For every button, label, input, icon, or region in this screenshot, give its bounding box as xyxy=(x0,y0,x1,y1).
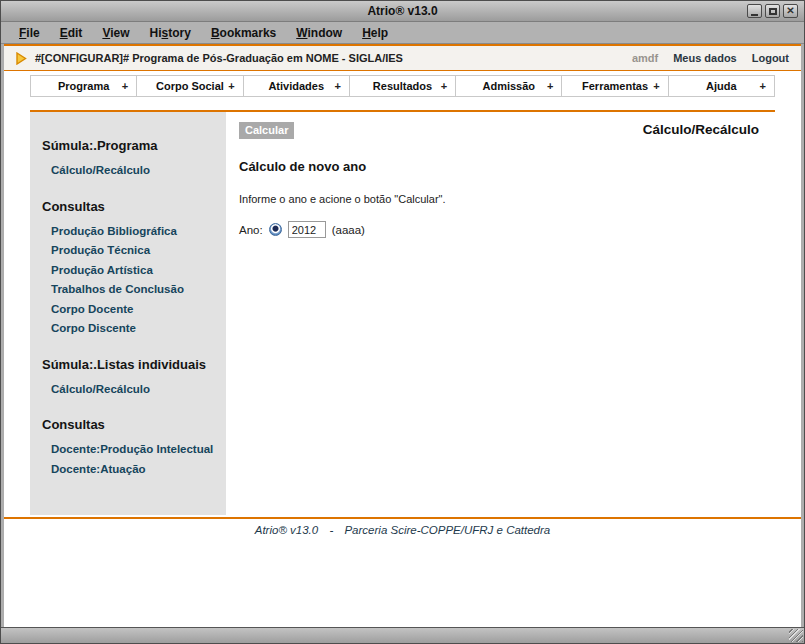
window-title: Atrio® v13.0 xyxy=(1,4,804,18)
sidebar-link-calculo-recalculo-1[interactable]: Cálculo/Recálculo xyxy=(51,165,226,177)
footer-partner: Parceria Scire-COPPE/UFRJ e Cattedra xyxy=(344,524,550,536)
year-radio[interactable] xyxy=(269,223,282,236)
tab-atividades[interactable]: Atividades+ xyxy=(243,75,350,97)
resize-grip-icon[interactable] xyxy=(789,629,803,642)
sidebar-link-corpo-docente[interactable]: Corpo Docente xyxy=(51,304,226,316)
sidebar-heading-sumula-programa: Súmula:.Programa xyxy=(42,138,226,153)
breadcrumb: #[CONFIGURAR]# Programa de Pós-Graduação… xyxy=(35,52,403,64)
tab-corpo-social[interactable]: Corpo Social+ xyxy=(136,75,243,97)
tab-ferramentas[interactable]: Ferramentas+ xyxy=(561,75,668,97)
page-title: Cálculo/Recálculo xyxy=(643,122,759,137)
tab-resultados[interactable]: Resultados+ xyxy=(349,75,456,97)
menu-window[interactable]: Window xyxy=(286,26,352,40)
sidebar-heading-consultas-1: Consultas xyxy=(42,199,226,214)
nav-tabs: Programa+ Corpo Social+ Atividades+ Resu… xyxy=(30,75,775,97)
tab-ajuda[interactable]: Ajuda+ xyxy=(668,75,775,97)
year-form-row: Ano: (aaaa) xyxy=(239,221,759,238)
sidebar: Súmula:.Programa Cálculo/Recálculo Consu… xyxy=(30,112,226,515)
menu-bar: File Edit View History Bookmarks Window … xyxy=(1,22,804,44)
tab-admissao[interactable]: Admissão+ xyxy=(455,75,562,97)
minimize-icon xyxy=(751,14,758,16)
footer-separator: - xyxy=(329,524,333,536)
logout-link[interactable]: Logout xyxy=(752,52,789,64)
username: amdf xyxy=(632,52,658,64)
instruction-text: Informe o ano e acione o botão "Calcular… xyxy=(239,193,759,205)
status-bar xyxy=(1,627,804,643)
sidebar-heading-consultas-2: Consultas xyxy=(42,417,226,432)
tab-programa[interactable]: Programa+ xyxy=(30,75,137,97)
year-format-hint: (aaaa) xyxy=(332,224,365,236)
main-panel: Calcular Cálculo/Recálculo Cálculo de no… xyxy=(226,112,775,515)
close-icon: ✕ xyxy=(786,6,794,16)
maximize-button[interactable] xyxy=(765,4,780,18)
plus-icon: + xyxy=(122,76,128,96)
content-area: Súmula:.Programa Cálculo/Recálculo Consu… xyxy=(30,112,775,515)
plus-icon: + xyxy=(334,76,340,96)
sidebar-link-docente-atuacao[interactable]: Docente:Atuação xyxy=(51,464,226,476)
maximize-icon xyxy=(769,8,777,15)
close-button[interactable]: ✕ xyxy=(783,4,798,18)
sidebar-link-corpo-discente[interactable]: Corpo Discente xyxy=(51,323,226,335)
app-window: Atrio® v13.0 ✕ File Edit View History Bo… xyxy=(0,0,805,644)
sidebar-link-calculo-recalculo-2[interactable]: Cálculo/Recálculo xyxy=(51,384,226,396)
plus-icon: + xyxy=(228,76,234,96)
plus-icon: + xyxy=(653,76,659,96)
sidebar-link-producao-bibliografica[interactable]: Produção Bibliográfica xyxy=(51,226,226,238)
app-header: #[CONFIGURAR]# Programa de Pós-Graduação… xyxy=(4,44,801,71)
calcular-button[interactable]: Calcular xyxy=(239,122,294,139)
section-heading: Cálculo de novo ano xyxy=(239,159,759,174)
sidebar-link-producao-tecnica[interactable]: Produção Técnica xyxy=(51,245,226,257)
sidebar-heading-sumula-listas: Súmula:.Listas individuais xyxy=(42,357,226,372)
menu-edit[interactable]: Edit xyxy=(50,26,93,40)
browser-viewport: #[CONFIGURAR]# Programa de Pós-Graduação… xyxy=(4,44,801,627)
plus-icon: + xyxy=(547,76,553,96)
minimize-button[interactable] xyxy=(747,4,762,18)
window-controls: ✕ xyxy=(747,4,798,18)
menu-bookmarks[interactable]: Bookmarks xyxy=(201,26,286,40)
sidebar-link-docente-producao-intelectual[interactable]: Docente:Produção Intelectual xyxy=(51,444,226,456)
menu-help[interactable]: Help xyxy=(352,26,398,40)
sidebar-link-producao-artistica[interactable]: Produção Artística xyxy=(51,265,226,277)
window-titlebar[interactable]: Atrio® v13.0 ✕ xyxy=(1,1,804,22)
plus-icon: + xyxy=(760,76,766,96)
year-label: Ano: xyxy=(239,224,263,236)
footer-app: Atrio® v13.0 xyxy=(255,524,318,536)
sidebar-link-trabalhos-conclusao[interactable]: Trabalhos de Conclusão xyxy=(51,284,226,296)
menu-history[interactable]: History xyxy=(140,26,201,40)
menu-file[interactable]: File xyxy=(9,26,50,40)
my-data-link[interactable]: Meus dados xyxy=(673,52,737,64)
year-input[interactable] xyxy=(288,221,326,238)
arrow-icon xyxy=(16,52,27,65)
nav-tabs-strip: Programa+ Corpo Social+ Atividades+ Resu… xyxy=(4,71,801,102)
footer: Atrio® v13.0 - Parceria Scire-COPPE/UFRJ… xyxy=(4,519,801,536)
plus-icon: + xyxy=(441,76,447,96)
header-right: amdf Meus dados Logout xyxy=(632,52,789,64)
menu-view[interactable]: View xyxy=(92,26,139,40)
